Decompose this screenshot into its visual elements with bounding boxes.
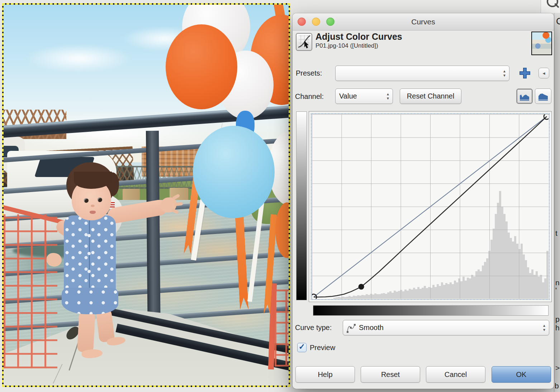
romper-placket [89,220,90,291]
plus-icon [519,67,531,79]
background-text-fragment: h [555,324,560,331]
background-text-fragment: ' [555,286,557,294]
background-text-fragment: p [555,315,560,323]
romper-button [87,252,91,255]
checkmark-icon: ✓ [299,342,305,352]
baby-left-hand [47,253,62,267]
zoom-button[interactable] [326,18,334,26]
coral-fence [275,290,289,367]
background-text-fragment: b [555,382,559,389]
screen: C t n ' p h > b [0,0,560,392]
curve-canvas[interactable] [312,114,549,299]
baby-left-leg [77,310,95,353]
curve-type-combobox[interactable]: Smooth ▲▼ [343,320,549,335]
layer-boundary [2,3,290,387]
curve-control-point [359,284,364,290]
image-thumbnail [531,32,552,55]
background-text-fragment: C [556,16,560,26]
channel-combobox[interactable]: Value ▲▼ [335,89,393,104]
baby-nose [91,205,95,207]
curve-type-value: Smooth [357,324,540,332]
minimize-button[interactable] [312,18,320,26]
photo-canvas[interactable] [4,5,289,386]
presets-combobox[interactable]: ▲▼ [335,66,509,81]
background-text-fragment: t [555,229,557,237]
romper-button [87,234,91,237]
add-preset-button[interactable] [518,66,532,80]
spinner-arrows-icon[interactable]: ▲▼ [500,70,509,77]
curves-tool-icon [296,33,312,51]
balloon-orange [166,24,237,109]
channel-label: Channel: [295,92,324,101]
ok-button[interactable]: OK [492,366,551,383]
cloud [25,44,133,73]
background-panel [554,13,560,392]
log-histogram-icon [538,92,549,101]
baby-romper-shorts [62,288,118,314]
close-button[interactable] [298,18,306,26]
dialog-heading: Adjust Color Curves [315,32,402,42]
curve-plot[interactable] [311,113,550,300]
smooth-curve-icon [346,322,357,333]
background-text-fragment: > [555,364,560,372]
dialog-titlebar[interactable]: Curves [293,13,554,30]
preset-menu-button[interactable]: ◂ [538,68,549,78]
reset-button[interactable]: Reset [361,366,420,383]
help-button[interactable]: Help [295,366,355,383]
spinner-arrows-icon[interactable]: ▲▼ [540,324,549,332]
cancel-button[interactable]: Cancel [426,366,485,383]
baby-eye [98,197,102,202]
channel-value: Value [336,92,383,100]
linear-histogram-button[interactable] [516,89,533,104]
presets-label: Presets: [296,69,322,77]
dialog-subheading: P01.jpg-104 ([Untitled]) [315,42,378,49]
coral-fence [4,214,57,368]
preview-checkbox[interactable]: ✓ [297,343,307,352]
triangle-left-icon: ◂ [542,70,545,76]
baby-mouth [90,211,96,214]
spinner-arrows-icon[interactable]: ▲▼ [383,92,393,100]
linear-histogram-icon [519,92,530,101]
background-toolbar [541,0,560,13]
curves-dialog: Curves Adjust Color Curves P01.jpg-104 (… [293,13,554,389]
log-histogram-button[interactable] [535,89,551,104]
baby-eye [84,198,89,203]
balloon-cyan [193,126,275,218]
value-gradient-horizontal [313,305,549,316]
curve-plot-frame [309,111,552,302]
preview-label: Preview [310,344,335,352]
background-text-fragment: n [555,279,560,286]
dialog-title: Curves [411,18,435,26]
romper-button [87,270,91,273]
dialog-header: Adjust Color Curves P01.jpg-104 ([Untitl… [293,30,554,59]
curve-type-label: Curve type: [295,324,332,332]
reset-channel-button[interactable]: Reset Channel [400,89,461,104]
value-gradient-vertical [296,111,307,300]
